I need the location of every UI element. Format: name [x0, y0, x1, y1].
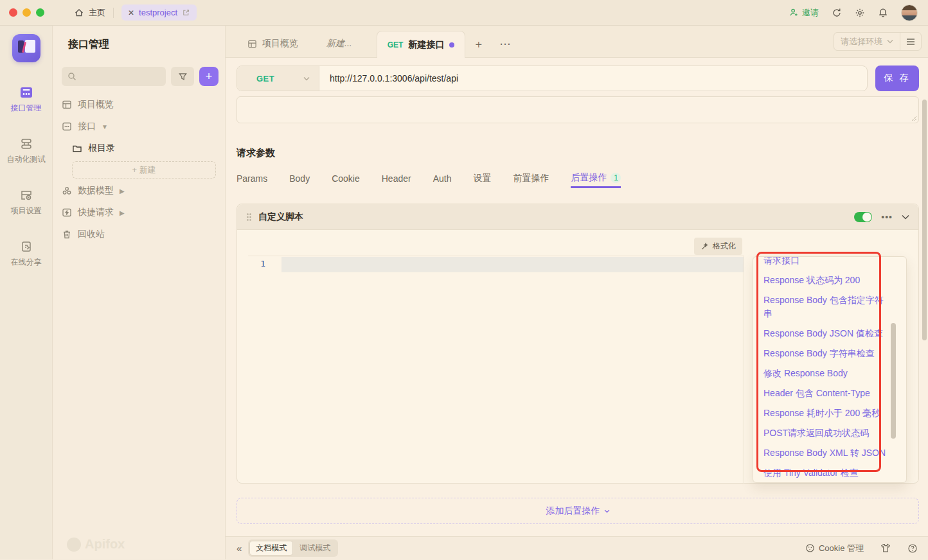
tree-item-recycle-bin[interactable]: 回收站: [53, 223, 225, 245]
apifox-watermark: Apifox: [67, 537, 125, 552]
page-scrollbar-thumb[interactable]: [922, 100, 927, 340]
rail-item-label: 项目设置: [11, 206, 42, 216]
close-window-button[interactable]: [9, 8, 17, 17]
snippet-item[interactable]: Response Body 包含指定字符串: [763, 290, 888, 324]
minimize-window-button[interactable]: [22, 8, 31, 17]
search-input[interactable]: [62, 67, 166, 86]
request-params-title: 请求参数: [236, 147, 919, 159]
collapse-chevron-icon[interactable]: [902, 214, 909, 220]
rail-item-automated-testing[interactable]: 自动化测试: [3, 137, 49, 165]
snippet-item[interactable]: POST请求返回成功状态码: [763, 423, 888, 443]
project-tab[interactable]: ✕ testproject: [121, 4, 197, 21]
save-button[interactable]: 保 存: [875, 66, 919, 91]
titlebar: 主页 ✕ testproject 邀请: [0, 0, 928, 26]
tree-item-root-folder[interactable]: 根目录: [53, 137, 225, 159]
api-icon: [62, 121, 72, 132]
tab-pre-actions[interactable]: 前置操作: [513, 169, 549, 188]
tab-post-actions[interactable]: 后置操作 1: [571, 169, 621, 188]
app-window: 主页 ✕ testproject 邀请: [0, 0, 928, 560]
chevron-right-icon[interactable]: ▶: [120, 209, 125, 216]
sidebar-title: 接口管理: [68, 38, 225, 51]
resize-handle-icon: [911, 116, 917, 121]
invite-button[interactable]: 邀请: [789, 7, 819, 19]
cookie-manager-button[interactable]: Cookie 管理: [805, 543, 864, 554]
snippet-item[interactable]: Response 耗时小于 200 毫秒: [763, 403, 888, 423]
debug-mode-button[interactable]: 调试模式: [293, 541, 337, 556]
rail-item-project-settings[interactable]: 项目设置: [3, 188, 49, 216]
rail-item-label: 在线分享: [11, 257, 42, 268]
tab-new-draft[interactable]: 新建...: [316, 30, 362, 57]
snippet-item[interactable]: Response Body 字符串检查: [763, 344, 888, 363]
collapse-sidebar-icon[interactable]: «: [236, 543, 242, 554]
window-controls: [9, 8, 44, 17]
tree-item-project-overview[interactable]: 项目概览: [53, 94, 225, 116]
tshirt-icon[interactable]: [880, 543, 891, 553]
snippet-item[interactable]: 使用 Tiny Validator 检查: [763, 463, 888, 483]
url-input[interactable]: [319, 73, 867, 83]
tab-cookie[interactable]: Cookie: [332, 169, 360, 188]
titlebar-divider: [113, 8, 114, 18]
sidebar-tree: 项目概览 接口 ▼ 根目录 + 新建: [53, 94, 225, 245]
snippet-item[interactable]: Response Body JSON 值检查: [763, 324, 888, 344]
invite-label: 邀请: [802, 7, 819, 19]
avatar[interactable]: [901, 4, 918, 21]
editor-current-line[interactable]: [281, 257, 744, 272]
zoom-window-button[interactable]: [36, 8, 44, 17]
chevron-down-icon: [604, 509, 610, 513]
environment-select[interactable]: 请选择环境: [834, 33, 900, 50]
snippet-item-clipped[interactable]: 请求接口: [763, 256, 888, 270]
tree-item-api[interactable]: 接口 ▼: [53, 116, 225, 137]
bell-icon[interactable]: [878, 8, 888, 18]
home-button[interactable]: 主页: [74, 7, 105, 19]
tab-auth[interactable]: Auth: [433, 169, 452, 188]
url-bar: GET: [236, 66, 868, 91]
add-post-action-button[interactable]: 添加后置操作: [236, 498, 919, 524]
doc-mode-button[interactable]: 文档模式: [249, 541, 293, 556]
tab-header[interactable]: Header: [382, 169, 411, 188]
tab-params[interactable]: Params: [236, 169, 267, 188]
help-icon[interactable]: [907, 543, 918, 554]
environment-menu-button[interactable]: [900, 38, 921, 46]
chevron-right-icon[interactable]: ▶: [120, 188, 125, 195]
rail-item-api-management[interactable]: 接口管理: [3, 85, 49, 114]
trash-icon: [62, 229, 72, 240]
format-button[interactable]: 格式化: [694, 238, 742, 255]
external-link-icon[interactable]: [182, 8, 190, 17]
overview-icon: [62, 100, 72, 110]
snippet-item[interactable]: Response Body XML 转 JSON: [763, 443, 888, 463]
snippet-scrollbar-thumb[interactable]: [891, 323, 896, 439]
api-management-icon: [19, 85, 33, 100]
rail-item-online-share[interactable]: 在线分享: [3, 240, 49, 268]
titlebar-actions: 邀请: [789, 4, 918, 21]
snippet-item[interactable]: 修改 Response Body: [763, 363, 888, 383]
tab-new-api-active[interactable]: GET 新建接口: [377, 31, 466, 58]
method-select[interactable]: GET: [237, 66, 319, 91]
new-tab-button[interactable]: ＋: [465, 30, 492, 57]
tab-settings[interactable]: 设置: [473, 169, 491, 188]
sidebar: 接口管理 + 项目: [53, 26, 226, 559]
snippet-item[interactable]: Header 包含 Content-Type: [763, 383, 888, 403]
folder-icon: [72, 143, 82, 153]
gear-icon[interactable]: [855, 8, 865, 18]
unsaved-dot-indicator: [449, 42, 454, 48]
script-more-button[interactable]: •••: [881, 212, 893, 222]
snippet-item[interactable]: Response 状态码为 200: [763, 270, 888, 290]
refresh-icon[interactable]: [832, 8, 842, 18]
filter-button[interactable]: [171, 67, 194, 86]
script-editor-body: 格式化 1 请求接口 Response 状态码为 200Response Bod…: [237, 230, 918, 484]
tab-project-overview[interactable]: 项目概览: [237, 30, 308, 57]
chevron-down-icon[interactable]: ▼: [102, 123, 108, 130]
tab-body[interactable]: Body: [289, 169, 310, 188]
close-tab-icon[interactable]: ✕: [128, 8, 134, 17]
tab-more-button[interactable]: ⋯: [492, 30, 518, 57]
tree-item-quick-request[interactable]: 快捷请求 ▶: [53, 202, 225, 223]
new-api-button[interactable]: + 新建: [72, 161, 216, 179]
description-textarea[interactable]: [236, 96, 919, 123]
format-icon: [700, 242, 709, 250]
funnel-icon: [178, 72, 188, 82]
drag-handle-icon[interactable]: [246, 213, 252, 222]
project-tab-label: testproject: [139, 8, 177, 17]
tree-item-data-model[interactable]: 数据模型 ▶: [53, 180, 225, 202]
script-enabled-toggle[interactable]: [854, 212, 872, 222]
add-button[interactable]: +: [199, 67, 219, 86]
